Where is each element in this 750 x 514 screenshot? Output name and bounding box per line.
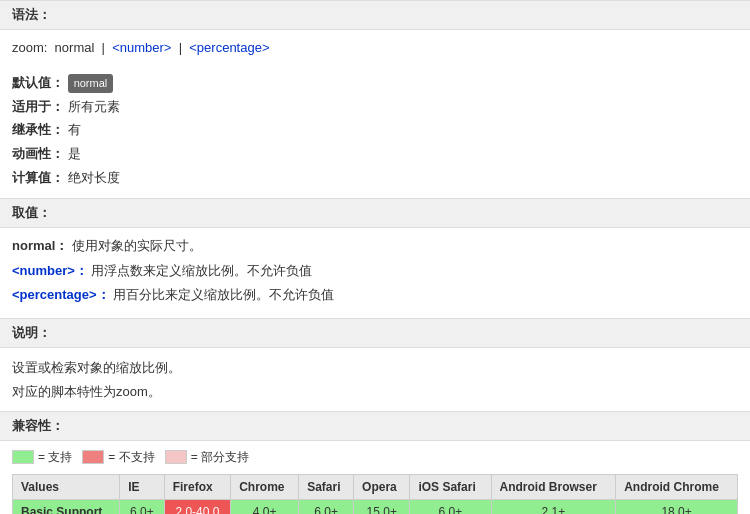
default-badge: normal — [68, 74, 114, 94]
value-normal-text: 使用对象的实际尺寸。 — [72, 238, 202, 253]
syntax-header: 语法： — [0, 0, 750, 30]
applies-value: 所有元素 — [68, 99, 120, 114]
cell-android-browser: 2.1+ — [491, 499, 616, 514]
desc-line-1: 设置或检索对象的缩放比例。 — [12, 356, 738, 379]
computed-value: 绝对长度 — [68, 170, 120, 185]
default-label: 默认值： — [12, 75, 64, 90]
value-percentage-key: <percentage>： — [12, 287, 110, 302]
cell-ie: 6.0+ — [120, 499, 164, 514]
value-percentage-text: 用百分比来定义缩放比例。不允许负值 — [113, 287, 334, 302]
zoom-label: zoom: normal | — [12, 40, 112, 55]
legend-no-support: = 不支持 — [82, 449, 154, 466]
col-android-chrome: Android Chrome — [616, 474, 738, 499]
cell-safari: 6.0+ — [299, 499, 354, 514]
value-normal: normal： 使用对象的实际尺寸。 — [12, 236, 738, 257]
desc-line-2: 对应的脚本特性为zoom。 — [12, 380, 738, 403]
properties-list: 默认值： normal 适用于： 所有元素 继承性： 有 动画性： 是 计算值：… — [0, 67, 750, 198]
col-chrome: Chrome — [231, 474, 299, 499]
compat-table: Values IE Firefox Chrome Safari Opera iO… — [12, 474, 738, 514]
animated-value: 是 — [68, 146, 81, 161]
legend-no-support-label: = 不支持 — [108, 449, 154, 466]
computed-row: 计算值： 绝对长度 — [12, 168, 738, 189]
animated-label: 动画性： — [12, 146, 64, 161]
applies-label: 适用于： — [12, 99, 64, 114]
col-android-browser: Android Browser — [491, 474, 616, 499]
legend-partial-label: = 部分支持 — [191, 449, 249, 466]
pipe2: | — [171, 40, 189, 55]
cell-firefox: 2.0-40.0 — [164, 499, 231, 514]
compat-section: = 支持 = 不支持 = 部分支持 Values IE Firefox Chro… — [0, 441, 750, 514]
col-ios-safari: iOS Safari — [410, 474, 491, 499]
values-section: normal： 使用对象的实际尺寸。 <number>： 用浮点数来定义缩放比例… — [0, 228, 750, 318]
legend-support: = 支持 — [12, 449, 72, 466]
table-header-row: Values IE Firefox Chrome Safari Opera iO… — [13, 474, 738, 499]
inherited-value: 有 — [68, 122, 81, 137]
description-section: 设置或检索对象的缩放比例。 对应的脚本特性为zoom。 — [0, 348, 750, 411]
cell-label: Basic Support — [13, 499, 120, 514]
computed-label: 计算值： — [12, 170, 64, 185]
default-row: 默认值： normal — [12, 73, 738, 94]
col-ie: IE — [120, 474, 164, 499]
syntax-line: zoom: normal | <number> | <percentage> — [12, 38, 738, 59]
value-number-key: <number>： — [12, 263, 88, 278]
legend-partial: = 部分支持 — [165, 449, 249, 466]
value-number: <number>： 用浮点数来定义缩放比例。不允许负值 — [12, 261, 738, 282]
inherited-label: 继承性： — [12, 122, 64, 137]
values-header: 取值： — [0, 198, 750, 228]
value-number-text: 用浮点数来定义缩放比例。不允许负值 — [91, 263, 312, 278]
description-header: 说明： — [0, 318, 750, 348]
percentage-code: <percentage> — [189, 40, 269, 55]
value-normal-key: normal： — [12, 238, 68, 253]
col-values: Values — [13, 474, 120, 499]
animated-row: 动画性： 是 — [12, 144, 738, 165]
legend-green-box — [12, 450, 34, 464]
value-percentage: <percentage>： 用百分比来定义缩放比例。不允许负值 — [12, 285, 738, 306]
applies-row: 适用于： 所有元素 — [12, 97, 738, 118]
col-firefox: Firefox — [164, 474, 231, 499]
col-opera: Opera — [354, 474, 410, 499]
legend: = 支持 = 不支持 = 部分支持 — [12, 449, 738, 466]
number-code: <number> — [112, 40, 171, 55]
table-row: Basic Support 6.0+ 2.0-40.0 4.0+ 6.0+ 15… — [13, 499, 738, 514]
cell-chrome: 4.0+ — [231, 499, 299, 514]
legend-red-box — [82, 450, 104, 464]
col-safari: Safari — [299, 474, 354, 499]
cell-android-chrome: 18.0+ — [616, 499, 738, 514]
cell-ios-safari: 6.0+ — [410, 499, 491, 514]
compat-header: 兼容性： — [0, 411, 750, 441]
inherited-row: 继承性： 有 — [12, 120, 738, 141]
cell-opera: 15.0+ — [354, 499, 410, 514]
legend-support-label: = 支持 — [38, 449, 72, 466]
syntax-section: zoom: normal | <number> | <percentage> — [0, 30, 750, 67]
legend-pink-box — [165, 450, 187, 464]
